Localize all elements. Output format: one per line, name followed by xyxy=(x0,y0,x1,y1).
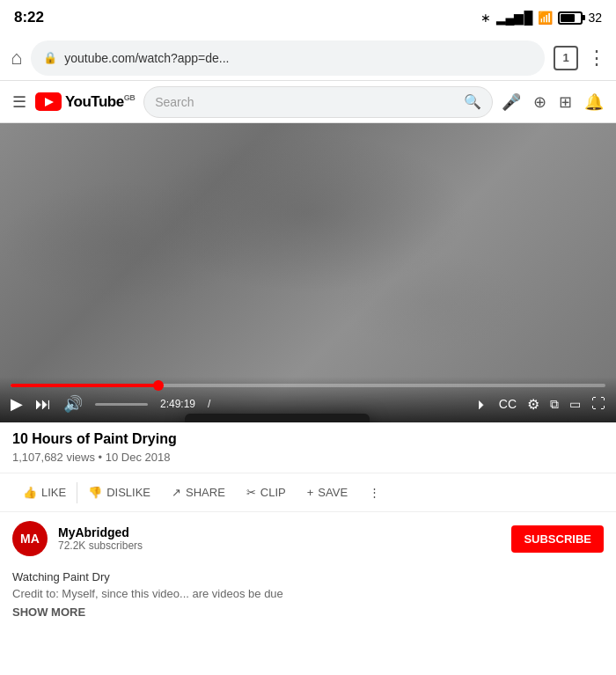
status-bar: 8:22 ∗ ▂▄▆█ 📶 32 xyxy=(0,0,616,35)
thumb-down-icon: 👎 xyxy=(88,486,102,499)
description-credit: Credit to: Myself, since this video... a… xyxy=(12,587,604,600)
share-button[interactable]: ↗ SHARE xyxy=(161,477,236,508)
description-text: Watching Paint Dry xyxy=(12,570,604,583)
play-button[interactable]: ▶ xyxy=(11,394,23,414)
signal-icon: ▂▄▆█ xyxy=(496,11,533,25)
youtube-play-icon xyxy=(45,98,54,106)
progress-bar-container[interactable] xyxy=(11,384,605,387)
miniplayer-button[interactable]: ⧉ xyxy=(550,397,559,412)
controls-row: ▶ ⏭ 🔊 2:49:19 / ⏵ CC ⚙ ⧉ ▭ ⛶ xyxy=(11,394,605,414)
status-time: 8:22 xyxy=(14,9,44,26)
share-label: SHARE xyxy=(186,486,225,499)
clip-label: CLIP xyxy=(260,486,286,499)
browser-bar: ⌂ 🔒 youtube.com/watch?app=de... 1 ⋮ xyxy=(0,35,616,81)
search-bar[interactable]: Search 🔍 xyxy=(143,86,493,118)
home-button[interactable]: ⌂ xyxy=(11,47,22,70)
video-meta: 1,107,682 views • 10 Dec 2018 xyxy=(12,451,604,464)
clip-button[interactable]: ✂ CLIP xyxy=(236,477,297,508)
thumb-up-icon: 👍 xyxy=(23,486,37,499)
volume-bar[interactable] xyxy=(95,403,148,406)
like-label: LIKE xyxy=(41,486,66,499)
youtube-logo-icon xyxy=(35,92,62,111)
dislike-label: DISLIKE xyxy=(106,486,150,499)
more-actions-button[interactable]: ⋮ xyxy=(358,477,391,508)
battery-text: 32 xyxy=(588,11,602,25)
search-placeholder-text: Search xyxy=(155,95,457,109)
status-icons: ∗ ▂▄▆█ 📶 32 xyxy=(480,11,602,25)
subtitles-button[interactable]: CC xyxy=(499,397,517,411)
show-more-button[interactable]: SHOW MORE xyxy=(12,605,604,619)
fullscreen-button[interactable]: ⛶ xyxy=(591,396,605,412)
notifications-icon[interactable]: 🔔 xyxy=(584,92,604,112)
autoplay-button[interactable]: ⏵ xyxy=(476,397,488,411)
video-actions: 👍 LIKE 👎 DISLIKE ↗ SHARE ✂ CLIP + SAVE ⋮ xyxy=(0,473,616,512)
settings-button[interactable]: ⚙ xyxy=(527,396,539,413)
wifi-icon: 📶 xyxy=(538,11,553,25)
controls-right: ⏵ CC ⚙ ⧉ ▭ ⛶ xyxy=(476,396,605,413)
current-time: 2:49:19 xyxy=(160,398,195,410)
date-separator: • xyxy=(99,451,106,464)
save-button[interactable]: + SAVE xyxy=(297,477,358,508)
youtube-logo[interactable]: YouTubeGB xyxy=(35,92,135,111)
video-title: 10 Hours of Paint Drying xyxy=(12,431,604,447)
battery-icon xyxy=(558,11,583,25)
url-bar[interactable]: 🔒 youtube.com/watch?app=de... xyxy=(31,40,545,76)
context-menu: ↺ Loop 🔗 Copy video URL 🔗 Copy video URL… xyxy=(185,414,370,422)
channel-subs: 72.2K subscribers xyxy=(58,539,501,552)
browser-menu-button[interactable]: ⋮ xyxy=(587,47,605,70)
volume-button[interactable]: 🔊 xyxy=(63,394,83,414)
controls-left: ▶ ⏭ 🔊 2:49:19 / xyxy=(11,394,210,414)
like-button[interactable]: 👍 LIKE xyxy=(12,477,77,508)
channel-info: MyAbridged 72.2K subscribers xyxy=(58,525,501,552)
menu-item-loop[interactable]: ↺ Loop xyxy=(185,414,370,422)
bluetooth-icon: ∗ xyxy=(480,11,491,25)
channel-row: MA MyAbridged 72.2K subscribers SUBSCRIB… xyxy=(0,512,616,565)
view-count: 1,107,682 views xyxy=(12,451,95,464)
theater-button[interactable]: ▭ xyxy=(569,397,581,411)
video-player[interactable]: ▶ ⏭ 🔊 2:49:19 / ⏵ CC ⚙ ⧉ ▭ ⛶ ↺ Loop 🔗 xyxy=(0,123,616,422)
add-video-icon[interactable]: ⊕ xyxy=(533,92,546,112)
channel-avatar: MA xyxy=(12,521,48,556)
share-icon: ↗ xyxy=(172,486,181,499)
dislike-button[interactable]: 👎 DISLIKE xyxy=(77,477,161,508)
microphone-icon[interactable]: 🎤 xyxy=(502,92,521,112)
channel-name[interactable]: MyAbridged xyxy=(58,525,501,539)
tab-count-button[interactable]: 1 xyxy=(554,46,578,70)
youtube-logo-text: YouTubeGB xyxy=(65,93,135,111)
lock-icon: 🔒 xyxy=(43,51,57,64)
description-section: Watching Paint Dry Credit to: Myself, si… xyxy=(0,565,616,624)
youtube-header: ☰ YouTubeGB Search 🔍 🎤 ⊕ ⊞ 🔔 xyxy=(0,81,616,123)
video-info: 10 Hours of Paint Drying 1,107,682 views… xyxy=(0,422,616,473)
clip-icon: ✂ xyxy=(246,486,256,499)
more-icon: ⋮ xyxy=(369,486,380,499)
upload-date: 10 Dec 2018 xyxy=(106,451,171,464)
header-action-icons: 🎤 ⊕ ⊞ 🔔 xyxy=(502,92,604,112)
apps-icon[interactable]: ⊞ xyxy=(559,92,572,112)
search-icon[interactable]: 🔍 xyxy=(464,93,481,110)
url-text: youtube.com/watch?app=de... xyxy=(64,51,532,65)
next-button[interactable]: ⏭ xyxy=(35,395,51,414)
save-label: SAVE xyxy=(318,486,348,499)
save-icon: + xyxy=(307,486,314,499)
time-separator: / xyxy=(208,398,210,410)
hamburger-menu-button[interactable]: ☰ xyxy=(12,92,26,112)
progress-bar-fill xyxy=(11,384,159,387)
subscribe-button[interactable]: SUBSCRIBE xyxy=(511,525,604,553)
